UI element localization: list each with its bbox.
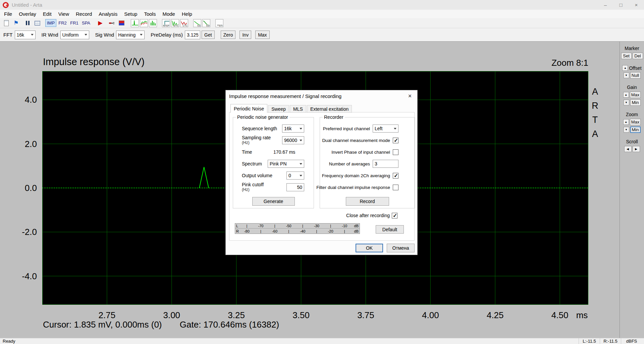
cursor-readout-line: Cursor: 1.835 mV, 0.000ms (0) Gate: 170.… [43, 320, 279, 330]
scroll-section-label: Scroll [626, 139, 638, 144]
etc-icon[interactable]: ETC [171, 19, 179, 27]
predelay-label: PreDelay (ms) [151, 32, 183, 38]
ctc-icon[interactable]: CTC [180, 19, 188, 27]
dialog-close-button[interactable]: × [402, 90, 417, 102]
marker-del-button[interactable]: Del [633, 53, 643, 59]
maximize-button[interactable]: □ [613, 0, 629, 10]
y-tick-label: 2.0 [25, 139, 37, 149]
signal-window-value: Hanning [118, 32, 136, 38]
gain-down-button[interactable]: ▼ [624, 100, 629, 105]
marker-set-button[interactable]: Set [621, 53, 632, 59]
zero-button[interactable]: Zero [221, 31, 236, 39]
tab-sweep[interactable]: Sweep [268, 105, 289, 113]
zoom-max-button[interactable]: Max [630, 119, 641, 125]
zoom-up-button[interactable]: ▲ [623, 119, 629, 125]
new-file-icon[interactable] [2, 19, 11, 28]
input-channel-select[interactable]: Left [373, 125, 398, 133]
imp-mode-button[interactable]: IMP [45, 19, 56, 27]
spa-mode-button[interactable]: SPA [80, 19, 92, 27]
x-tick-label: 3.75 [357, 310, 374, 321]
main-toolbar: ⚑ IMP FR2 FR1 SPA ▶ STEP [0, 18, 644, 28]
window-title: Untitled - Arta [12, 2, 42, 8]
sampling-rate-label: Sampling rate(Hz) [242, 135, 271, 145]
meter-scale-value: -50 [282, 224, 296, 228]
spectrum-tool-icon[interactable] [149, 19, 157, 27]
minimize-button[interactable]: – [598, 0, 613, 10]
sampling-rate-select[interactable]: 96000 [282, 136, 304, 144]
pause-icon[interactable] [23, 19, 32, 28]
freq-response-tool-icon[interactable] [140, 19, 148, 27]
zoom-min-button[interactable]: Min [630, 127, 641, 133]
marker-section-label: Marker [625, 46, 639, 51]
meter-unit-label: dB [352, 224, 360, 228]
default-button[interactable]: Default [376, 225, 404, 234]
generator-group-caption: Periodic noise generator [236, 114, 289, 120]
menu-edit[interactable]: Edit [40, 10, 55, 18]
audio-device-icon[interactable] [107, 19, 116, 28]
data-table-icon[interactable] [33, 19, 42, 28]
menu-record[interactable]: Record [72, 10, 95, 18]
menu-overlay[interactable]: Overlay [15, 10, 40, 18]
scroll-right-button[interactable]: ▶ [633, 146, 640, 152]
decay-time-icon[interactable]: ED [202, 19, 210, 27]
inv-button[interactable]: Inv [239, 31, 251, 39]
menu-mode[interactable]: Mode [159, 10, 178, 18]
calibrate-icon[interactable] [117, 19, 126, 28]
step-response-icon[interactable]: STEP [162, 19, 170, 27]
menu-tools[interactable]: Tools [141, 10, 159, 18]
output-volume-select[interactable]: 0 [286, 171, 304, 180]
menu-setup[interactable]: Setup [121, 10, 141, 18]
gain-min-button[interactable]: Min [630, 99, 641, 106]
record-button[interactable]: Record [346, 197, 389, 206]
cancel-button[interactable]: Отмена [387, 244, 415, 252]
pink-cutoff-input[interactable] [286, 183, 304, 191]
predelay-input[interactable] [185, 31, 200, 39]
periodic-noise-tab-page: Periodic noise generator Sequence length… [229, 112, 415, 241]
spectrum-select[interactable]: Pink PN [268, 160, 304, 168]
scroll-left-button[interactable]: ◀ [624, 146, 632, 152]
tab-mls[interactable]: MLS [290, 105, 306, 113]
dual-channel-checkbox[interactable] [393, 138, 398, 143]
fr2-mode-button[interactable]: FR2 [57, 19, 68, 27]
zoom-down-button[interactable]: ▼ [624, 127, 629, 133]
signal-window-select[interactable]: Hanning [116, 31, 145, 39]
measurement-options-bar: FFT 16k IR Wnd Uniform Sig Wnd Hanning P… [0, 28, 644, 42]
close-window-button[interactable]: × [629, 0, 644, 10]
offset-up-button[interactable]: ▲ [622, 65, 628, 71]
freq-domain-averaging-checkbox[interactable] [393, 173, 398, 179]
menu-analysis[interactable]: Analysis [95, 10, 121, 18]
chevron-down-icon [300, 163, 302, 165]
filter-dual-channel-checkbox[interactable] [393, 185, 398, 190]
generator-play-icon[interactable]: ▶ [96, 19, 105, 28]
generate-button[interactable]: Generate [252, 197, 295, 206]
gain-max-button[interactable]: Max [630, 92, 641, 98]
ok-button[interactable]: OK [356, 244, 383, 252]
gain-section-label: Gain [627, 85, 637, 90]
sequence-length-select[interactable]: 16k [282, 125, 304, 133]
meter-channel-label: L [235, 224, 240, 228]
sti-icon[interactable]: STI [215, 19, 223, 27]
menu-help[interactable]: Help [178, 10, 196, 18]
periodic-noise-generator-group: Periodic noise generator Sequence length… [233, 117, 314, 208]
max-button[interactable]: Max [255, 31, 269, 39]
energy-decay-icon[interactable]: ES [193, 19, 201, 27]
fr1-mode-button[interactable]: FR1 [69, 19, 80, 27]
chevron-down-icon [140, 34, 143, 36]
fft-size-select[interactable]: 16k [15, 31, 36, 39]
impulse-tool-icon[interactable] [131, 19, 139, 27]
gain-up-button[interactable]: ▲ [623, 92, 629, 98]
menu-view[interactable]: View [55, 10, 72, 18]
averages-input[interactable] [373, 160, 398, 168]
zoom-level-label: Zoom 8:1 [551, 58, 588, 68]
offset-null-button[interactable]: Null [630, 72, 641, 79]
menu-file[interactable]: File [1, 10, 15, 18]
get-button[interactable]: Get [202, 31, 215, 39]
close-after-recording-checkbox[interactable] [392, 213, 397, 218]
flag-icon[interactable]: ⚑ [12, 19, 20, 28]
tab-periodic-noise[interactable]: Periodic Noise [230, 104, 267, 113]
x-tick-label: 2.75 [99, 310, 116, 321]
offset-down-button[interactable]: ▼ [624, 72, 629, 78]
ir-window-select[interactable]: Uniform [60, 31, 89, 39]
invert-phase-checkbox[interactable] [393, 149, 398, 155]
tab-external-excitation[interactable]: External excitation [307, 105, 352, 113]
